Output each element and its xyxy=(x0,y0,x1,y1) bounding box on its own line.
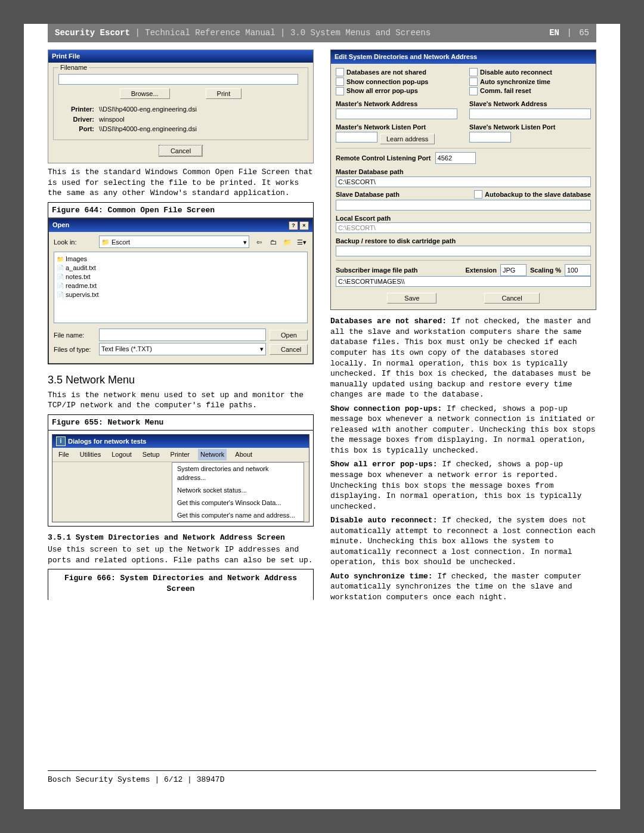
slave-port-input[interactable] xyxy=(469,132,511,143)
submenu-item[interactable]: System directories and network address..… xyxy=(172,463,304,484)
master-port-input[interactable] xyxy=(336,132,377,143)
driver-label: Driver: xyxy=(58,115,94,124)
term3-label: Show all error pop-ups: xyxy=(330,460,437,469)
new-folder-icon[interactable]: 📁 xyxy=(281,236,293,248)
port-value: \\DSI\hp4000-eng.engineering.dsi xyxy=(99,125,197,134)
menu-about[interactable]: About xyxy=(233,449,255,460)
master-db-label: Master Database path xyxy=(336,168,591,176)
txt-icon: 📄 xyxy=(57,273,64,281)
printer-label: Printer: xyxy=(58,105,94,114)
menu-file[interactable]: File xyxy=(56,449,72,460)
local-escort-input[interactable] xyxy=(336,222,591,233)
list-item: 📁Images xyxy=(57,255,305,264)
chk-show-err[interactable] xyxy=(336,87,344,95)
port-label: Port: xyxy=(58,125,94,134)
ext-input[interactable] xyxy=(500,264,527,276)
edit-sys-dir-title: Edit System Directories and Network Addr… xyxy=(331,50,596,64)
txt-icon: 📄 xyxy=(57,282,64,290)
info-icon: i xyxy=(56,436,66,446)
open-dialog: Open ?× Look in: Escort ▾ ⇦ 🗀 xyxy=(48,218,313,364)
remote-port-label: Remote Control Listening Port xyxy=(336,154,431,163)
network-tests-title: Dialogs for network tests xyxy=(68,437,146,446)
header-doc: | Technical Reference Manual | 3.0 Syste… xyxy=(130,28,431,38)
file-type-combo[interactable]: Text Files (*.TXT)▾ xyxy=(99,343,266,355)
save-button[interactable]: Save xyxy=(387,293,436,304)
local-escort-label: Local Escort path xyxy=(336,214,591,223)
filename-input[interactable] xyxy=(58,74,298,85)
master-addr-input[interactable] xyxy=(336,109,457,119)
chk-show-conn[interactable] xyxy=(336,78,344,86)
figure-644-caption: Figure 644: Common Open File Screen xyxy=(48,203,313,219)
section-3-5-1-text: Use this screen to set up the Network IP… xyxy=(48,544,314,565)
look-in-combo[interactable]: Escort ▾ xyxy=(99,236,249,248)
section-3-5-1: 3.5.1 System Directories and Network Add… xyxy=(48,532,314,543)
submenu-item[interactable]: Network socket status... xyxy=(172,484,304,497)
sys-cancel-button[interactable]: Cancel xyxy=(484,293,539,304)
file-name-input[interactable] xyxy=(99,329,266,341)
back-icon[interactable]: ⇦ xyxy=(253,236,265,248)
menu-logout[interactable]: Logout xyxy=(109,449,134,460)
print-file-title: Print File xyxy=(48,50,313,63)
folder-icon xyxy=(101,239,112,246)
file-name-label: File name: xyxy=(54,331,95,340)
learn-address-button[interactable]: Learn address xyxy=(380,134,435,144)
backup-path-input[interactable] xyxy=(336,246,591,256)
list-item: 📄notes.txt xyxy=(57,272,305,281)
figure-655: Figure 655: Network Menu i Dialogs for n… xyxy=(48,414,314,527)
help-icon[interactable]: ? xyxy=(289,221,298,230)
slave-addr-label: Slave's Network Address xyxy=(469,100,591,109)
txt-icon: 📄 xyxy=(57,264,64,272)
file-list[interactable]: 📁Images 📄a_audit.txt 📄notes.txt 📄readme.… xyxy=(54,252,308,323)
print-explain: This is the standard Windows Common Open… xyxy=(48,167,314,199)
figure-666: Figure 666: System Directories and Netwo… xyxy=(48,569,314,600)
menu-network[interactable]: Network xyxy=(198,449,227,460)
chk-comm-fail[interactable] xyxy=(469,87,478,95)
view-icon[interactable]: ☰▾ xyxy=(296,236,308,248)
slave-db-input[interactable] xyxy=(336,200,591,210)
submenu-item[interactable]: Get this computer's Winsock Data... xyxy=(172,497,304,509)
sub-img-input[interactable] xyxy=(336,276,591,287)
browse-button[interactable]: Browse... xyxy=(120,88,170,99)
filename-group-label: Filename xyxy=(58,63,89,72)
txt-icon: 📄 xyxy=(57,291,64,299)
term2-label: Show connection pop-ups: xyxy=(330,404,442,413)
print-cancel-button[interactable]: Cancel xyxy=(159,145,202,156)
header-product: Security Escort xyxy=(55,28,130,38)
figure-655-caption: Figure 655: Network Menu xyxy=(48,415,313,431)
network-submenu: System directories and network address..… xyxy=(172,462,304,522)
menu-utilities[interactable]: Utilities xyxy=(78,449,103,460)
header-page: 65 xyxy=(579,28,589,38)
slave-addr-input[interactable] xyxy=(469,109,591,119)
term4-label: Disable auto reconnect: xyxy=(330,516,437,525)
close-icon[interactable]: × xyxy=(299,221,309,230)
submenu-item[interactable]: Get this computer's name and address... xyxy=(172,509,304,522)
open-button[interactable]: Open xyxy=(270,330,308,340)
backup-path-label: Backup / restore to disk cartridge path xyxy=(336,237,591,246)
open-cancel-button[interactable]: Cancel xyxy=(270,344,308,355)
file-type-label: Files of type: xyxy=(54,345,95,354)
scale-input[interactable] xyxy=(565,264,591,276)
chk-disable-auto[interactable] xyxy=(469,68,478,76)
print-button[interactable]: Print xyxy=(206,88,242,99)
up-icon[interactable]: 🗀 xyxy=(267,236,279,248)
term5-label: Auto synchronize time: xyxy=(330,572,433,581)
menu-setup[interactable]: Setup xyxy=(140,449,162,460)
menu-bar: File Utilities Logout Setup Printer Netw… xyxy=(52,448,309,462)
chk-db-not-shared[interactable] xyxy=(336,68,344,76)
printer-value: \\DSI\hp4000-eng.engineering.dsi xyxy=(99,105,197,114)
chk-auto-sync[interactable] xyxy=(469,78,478,86)
master-db-input[interactable] xyxy=(336,176,591,187)
menu-printer[interactable]: Printer xyxy=(168,449,192,460)
remote-port-input[interactable] xyxy=(435,152,476,164)
section-3-5-text: This is the network menu used to set up … xyxy=(48,390,314,411)
list-item: 📄supervis.txt xyxy=(57,290,305,299)
folder-icon: 📁 xyxy=(57,255,64,264)
page-header: Security Escort | Technical Reference Ma… xyxy=(48,24,596,42)
chk-autobackup[interactable] xyxy=(474,190,482,199)
term1-text: If not checked, the master and all the s… xyxy=(330,317,591,399)
slave-port-label: Slave's Network Listen Port xyxy=(469,123,591,132)
slave-db-label: Slave Database path xyxy=(336,190,400,199)
section-3-5: 3.5 Network Menu xyxy=(48,373,314,387)
print-file-dialog: Print File Filename Browse... Print Prin… xyxy=(48,49,314,163)
header-lang: EN xyxy=(549,28,559,38)
